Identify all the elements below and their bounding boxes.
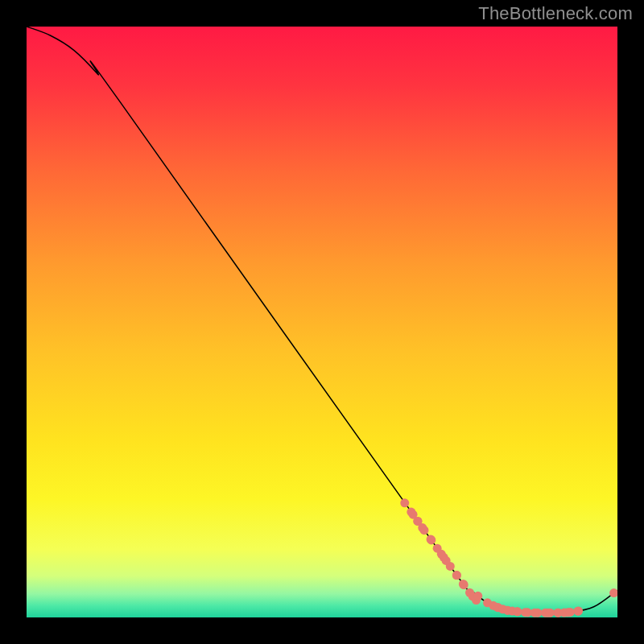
data-marker [513,607,522,616]
bottleneck-curve [27,27,617,613]
chart-frame: TheBottleneck.com [0,0,644,644]
data-marker [427,535,436,544]
data-marker [530,609,539,617]
data-marker [418,523,427,532]
data-marker [400,498,409,507]
plot-area [27,27,617,617]
data-marker [442,556,451,565]
curve-markers [400,498,617,617]
data-marker [574,607,583,616]
data-marker [546,609,555,617]
data-marker [521,608,530,617]
data-marker [566,608,575,617]
data-marker [460,580,469,589]
watermark-text: TheBottleneck.com [478,3,633,24]
data-marker [473,592,482,601]
curve-layer [27,27,617,617]
data-marker [452,571,461,580]
